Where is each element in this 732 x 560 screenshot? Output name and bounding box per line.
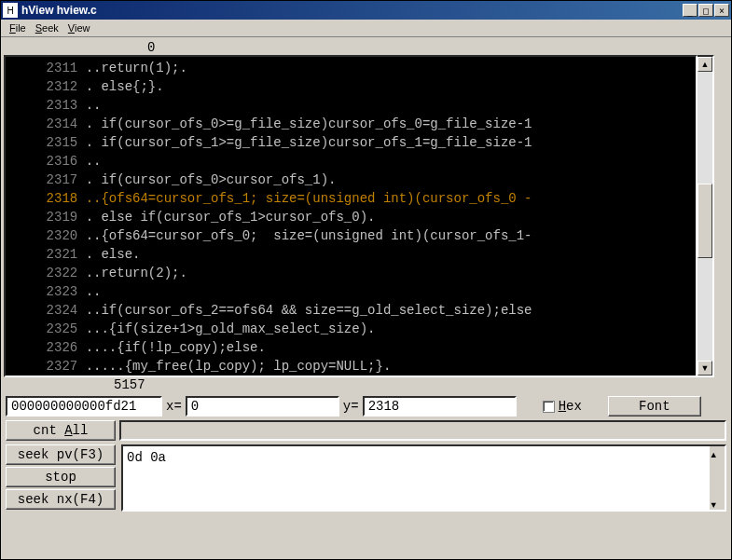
total-line-count: 5157 (4, 377, 728, 392)
seek-prev-button[interactable]: seek pv(F3) (6, 444, 116, 465)
menubar: File Seek View (1, 20, 731, 37)
hex-textarea[interactable]: 0d 0a ▴ ▾ (121, 444, 726, 512)
column-header: 0 (4, 40, 728, 55)
hex-scroll-up[interactable]: ▴ (710, 446, 725, 459)
minimize-button[interactable]: _ (683, 4, 697, 17)
x-input[interactable] (186, 396, 339, 417)
stop-button[interactable]: stop (6, 467, 116, 487)
cnt-all-button[interactable]: cnt All (6, 420, 116, 441)
scroll-up-button[interactable]: ▲ (697, 57, 712, 72)
controls-panel: x= y= Hex Font cnt All seek pv(F3) stop … (4, 392, 728, 515)
menu-view[interactable]: View (63, 20, 95, 35)
seek-next-button[interactable]: seek nx(F4) (6, 489, 116, 510)
scroll-down-button[interactable]: ▼ (697, 361, 712, 376)
viewer-wrap: 0 2311 ..return(1);. 2312 . else{;}. 231… (4, 40, 728, 392)
menu-file[interactable]: File (5, 20, 31, 35)
menu-seek[interactable]: Seek (31, 20, 63, 35)
y-input[interactable] (363, 396, 517, 417)
hex-scroll-down[interactable]: ▾ (710, 497, 725, 510)
scroll-track[interactable] (697, 72, 712, 361)
content-area: 0 2311 ..return(1);. 2312 . else{;}. 231… (1, 37, 731, 559)
window-controls: _ □ × (683, 4, 729, 17)
x-label: x= (166, 399, 182, 414)
font-button[interactable]: Font (608, 396, 701, 417)
hex-scroll-track[interactable] (710, 459, 725, 497)
vertical-scrollbar[interactable]: ▲ ▼ (697, 55, 714, 377)
titlebar: H hView hview.c _ □ × (1, 1, 731, 20)
hex-scrollbar[interactable]: ▴ ▾ (710, 446, 725, 510)
hex-checkbox-label[interactable]: Hex (559, 399, 582, 414)
text-viewer[interactable]: 2311 ..return(1);. 2312 . else{;}. 2313 … (4, 55, 697, 377)
y-label: y= (343, 399, 359, 414)
offset-input[interactable] (6, 396, 162, 417)
hex-checkbox[interactable] (543, 401, 555, 413)
close-button[interactable]: × (714, 4, 729, 17)
app-icon: H (3, 3, 18, 18)
window-title: hView hview.c (21, 4, 683, 17)
hex-content: 0d 0a (127, 450, 166, 465)
scroll-thumb[interactable] (697, 184, 712, 258)
maximize-button[interactable]: □ (698, 4, 713, 17)
status-field (119, 420, 726, 441)
